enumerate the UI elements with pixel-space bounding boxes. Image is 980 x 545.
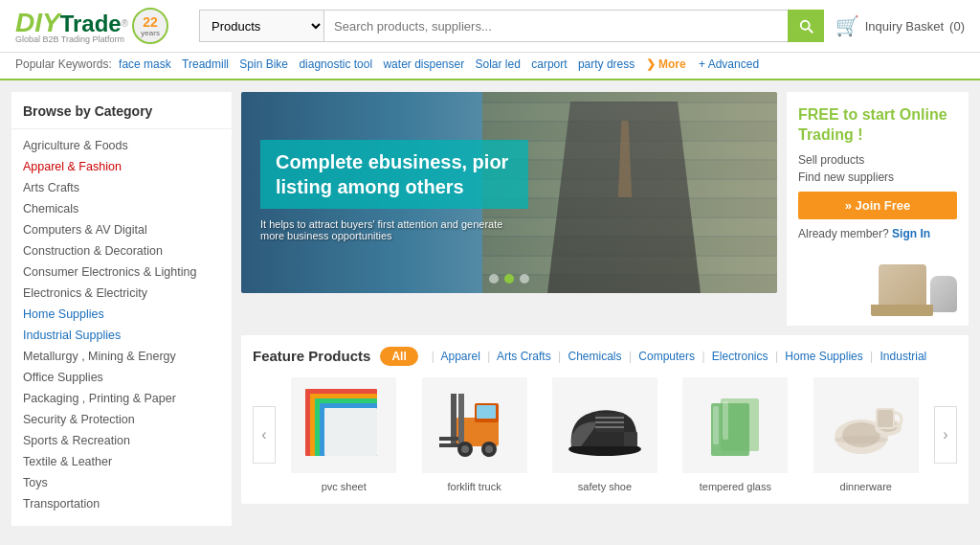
sidebar: Browse by Category Agriculture & Foods A… [11, 92, 232, 526]
banner-text-area: Complete ebusiness, pior listing among o… [260, 140, 528, 241]
filter-chemicals[interactable]: Chemicals [568, 350, 622, 363]
banner: Complete ebusiness, pior listing among o… [241, 92, 777, 293]
anniversary-badge: 22 years [132, 8, 168, 44]
svg-rect-15 [477, 405, 496, 419]
product-image-safety-shoe [552, 377, 657, 473]
list-item: Computers & AV Digital [11, 219, 232, 240]
sidebar-item-arts[interactable]: Arts Crafts [11, 177, 232, 198]
keywords-label: Popular Keywords: [15, 57, 112, 71]
search-icon [797, 17, 814, 34]
cart-icon: 🛒 [835, 14, 859, 37]
forklift-svg [432, 384, 518, 466]
banner-promo-row: Complete ebusiness, pior listing among o… [241, 92, 969, 326]
keywords-bar: Popular Keywords: face mask Treadmill Sp… [0, 53, 980, 80]
logo-trade: Trade [60, 11, 122, 36]
search-button[interactable] [788, 10, 824, 42]
product-item-dinnerware[interactable]: dinnerware [813, 377, 919, 492]
list-item: Sports & Recreation [11, 430, 232, 451]
keywords-more[interactable]: ❯ More [646, 57, 686, 71]
list-item: Electronics & Electricity [11, 283, 232, 304]
sidebar-item-industrial[interactable]: Industrial Supplies [11, 325, 232, 346]
promo-sell-link[interactable]: Sell products [798, 153, 957, 167]
cart-label: Inquiry Basket [865, 19, 944, 34]
feature-products-title: Feature Products [253, 348, 370, 364]
list-item: Arts Crafts [11, 177, 232, 198]
product-label-forklift: forklift truck [447, 481, 501, 492]
filter-home-supplies[interactable]: Home Supplies [785, 350, 862, 363]
filter-industrial[interactable]: Industrial [880, 350, 927, 363]
svg-point-12 [461, 445, 469, 453]
keywords-advanced[interactable]: + Advanced [699, 57, 759, 71]
search-area: Products Suppliers Buy Leads [199, 10, 824, 42]
search-input[interactable] [323, 10, 788, 42]
promo-find-link[interactable]: Find new suppliers [798, 170, 957, 184]
carousel-prev-button[interactable]: ‹ [253, 406, 276, 464]
sidebar-item-sports[interactable]: Sports & Recreation [11, 430, 232, 451]
sidebar-item-construction[interactable]: Construction & Decoration [11, 240, 232, 261]
sidebar-item-electronics[interactable]: Electronics & Electricity [11, 283, 232, 304]
sidebar-item-home[interactable]: Home Supplies [11, 304, 232, 325]
product-image-forklift [422, 377, 527, 473]
filter-separator: | [432, 350, 434, 363]
banner-dot-1[interactable] [489, 274, 499, 284]
keyword-party-dress[interactable]: party dress [578, 57, 635, 71]
filter-computers[interactable]: Computers [638, 350, 695, 363]
sidebar-item-chemicals[interactable]: Chemicals [11, 198, 232, 219]
product-label-tempered-glass: tempered glass [700, 481, 771, 492]
banner-dot-2[interactable] [504, 274, 514, 284]
product-item-forklift[interactable]: forklift truck [422, 377, 527, 492]
sidebar-item-textile[interactable]: Textile & Leather [11, 451, 232, 472]
sidebar-item-security[interactable]: Security & Protection [11, 409, 232, 430]
join-free-button[interactable]: » Join Free [798, 192, 957, 219]
promo-panel: FREE to start Online Trading ! Sell prod… [787, 92, 969, 326]
product-label-pvc-sheet: pvc sheet [322, 481, 367, 492]
feature-products-all-button[interactable]: All [380, 347, 417, 366]
mouse-image [930, 276, 957, 312]
keyword-solar-led[interactable]: Solar led [476, 57, 521, 71]
sidebar-item-packaging[interactable]: Packaging , Printing & Paper [11, 388, 232, 409]
banner-dot-3[interactable] [520, 274, 529, 284]
product-item-safety-shoe[interactable]: safety shoe [552, 377, 657, 492]
logo-area: DIYTrade® Global B2B Trading Platform 22… [15, 8, 188, 44]
sidebar-item-toys[interactable]: Toys [11, 472, 232, 493]
logo[interactable]: DIYTrade® Global B2B Trading Platform [15, 8, 128, 44]
sidebar-item-apparel[interactable]: Apparel & Fashion [11, 156, 232, 177]
sidebar-item-metallurgy[interactable]: Metallurgy , Mining & Energy [11, 346, 232, 367]
keyword-diagnostic-tool[interactable]: diagnostic tool [299, 57, 372, 71]
filter-arts[interactable]: Arts Crafts [497, 350, 551, 363]
list-item: Industrial Supplies [11, 325, 232, 346]
keyword-treadmill[interactable]: Treadmill [182, 57, 229, 71]
sidebar-item-consumer-electronics[interactable]: Consumer Electronics & Lighting [11, 261, 232, 283]
anniversary-num: 22 [143, 15, 158, 29]
banner-dots [489, 274, 529, 284]
sign-in-link[interactable]: Sign In [892, 227, 930, 240]
product-label-safety-shoe: safety shoe [578, 481, 632, 492]
promo-signin-area: Already member? Sign In [798, 227, 957, 240]
keyword-spin-bike[interactable]: Spin Bike [239, 57, 288, 71]
keyword-face-mask[interactable]: face mask [119, 57, 171, 71]
sidebar-item-transportation[interactable]: Transportation [11, 493, 232, 514]
keyword-carport[interactable]: carport [531, 57, 567, 71]
product-item-pvc-sheet[interactable]: pvc sheet [291, 377, 396, 492]
glass-svg [692, 384, 778, 466]
filter-electronics[interactable]: Electronics [712, 350, 768, 363]
svg-rect-8 [458, 394, 464, 446]
svg-point-27 [842, 422, 880, 447]
cart-area[interactable]: 🛒 Inquiry Basket (0) [835, 14, 965, 37]
sidebar-item-agriculture[interactable]: Agriculture & Foods [11, 135, 232, 156]
filter-apparel[interactable]: Apparel [441, 350, 480, 363]
carousel-next-button[interactable]: › [934, 406, 957, 464]
svg-rect-21 [624, 432, 637, 446]
list-item: Consumer Electronics & Lighting [11, 261, 232, 283]
sidebar-item-computers[interactable]: Computers & AV Digital [11, 219, 232, 240]
sidebar-item-office[interactable]: Office Supplies [11, 367, 232, 388]
svg-rect-10 [439, 443, 458, 447]
search-category-select[interactable]: Products Suppliers Buy Leads [199, 10, 323, 42]
keyword-water-dispenser[interactable]: water dispenser [383, 57, 464, 71]
feature-products-carousel: ‹ pvc sheet [253, 377, 957, 492]
svg-point-32 [835, 436, 888, 443]
product-item-tempered-glass[interactable]: tempered glass [682, 377, 788, 492]
feature-products-panel: Feature Products All | Apparel | Arts Cr… [241, 335, 969, 504]
list-item: Metallurgy , Mining & Energy [11, 346, 232, 367]
banner-headline: Complete ebusiness, pior listing among o… [260, 140, 528, 209]
